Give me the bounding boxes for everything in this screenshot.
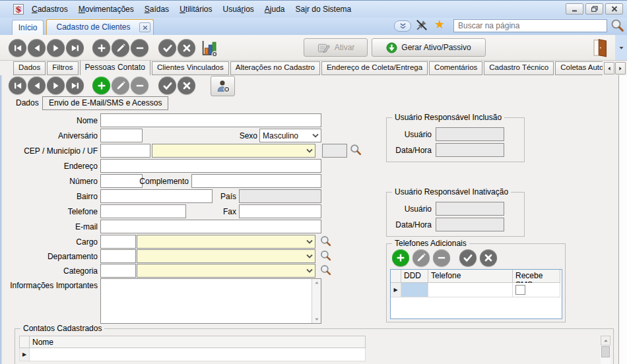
scroll-down-icon[interactable]	[314, 317, 319, 322]
lookup-magnifier-icon[interactable]	[319, 264, 332, 276]
complemento-input[interactable]	[191, 174, 321, 188]
departamento-code-input[interactable]	[100, 249, 136, 263]
cell-nome[interactable]	[30, 348, 366, 361]
aniversario-input[interactable]	[100, 129, 143, 142]
tab-cadastro-de-clientes[interactable]: Cadastro de Clientes	[46, 19, 154, 35]
tab-cadastro-label: Cadastro de Clientes	[56, 22, 130, 32]
contact-confirm-button[interactable]	[158, 76, 176, 94]
contact-cancel-button[interactable]	[178, 76, 195, 94]
toolbar-overflow-button[interactable]	[615, 35, 627, 60]
close-tab-icon[interactable]	[139, 22, 150, 32]
tab-pessoas-contato[interactable]: Pessoas Contato	[80, 61, 150, 75]
menu-saidas[interactable]: Saídas	[139, 5, 174, 14]
inner-tab-dados[interactable]: Dados	[12, 97, 43, 110]
first-record-button[interactable]	[9, 39, 26, 57]
categoria-combo[interactable]	[137, 264, 315, 278]
tabstrip-scroll-left-button[interactable]	[604, 62, 614, 75]
contact-next-button[interactable]	[47, 76, 65, 94]
lookup-magnifier-icon[interactable]	[319, 235, 332, 247]
contact-previous-button[interactable]	[28, 76, 46, 94]
menu-ajuda[interactable]: Ajuda	[259, 5, 290, 14]
add-record-button[interactable]	[92, 39, 110, 57]
lookup-magnifier-icon[interactable]	[319, 249, 332, 262]
close-button[interactable]	[605, 3, 623, 15]
exit-door-icon[interactable]	[591, 38, 609, 57]
informacoes-importantes-textarea[interactable]	[101, 279, 311, 323]
search-input[interactable]	[453, 19, 607, 32]
cargo-combo[interactable]	[137, 235, 315, 249]
recebe-sms-checkbox[interactable]	[515, 285, 525, 295]
gerar-ativo-passivo-button[interactable]: Gerar Ativo/Passivo	[372, 38, 486, 57]
tab-cadastro-tecnico[interactable]: Cadastro Técnico	[484, 61, 554, 75]
tab-comentarios[interactable]: Comentários	[429, 61, 482, 75]
tab-coletas-automaticas[interactable]: Coletas Automáticas	[555, 61, 603, 75]
scrollbar-thumb[interactable]	[601, 346, 610, 357]
textarea-scrollbar[interactable]	[312, 279, 321, 323]
cell-ddd[interactable]	[401, 283, 428, 297]
favorite-star-icon[interactable]: ★	[432, 17, 447, 32]
tab-endereco-de-coleta-entrega[interactable]: Endereço de Coleta/Entrega	[321, 61, 428, 75]
contacts-grid-row[interactable]: ▶	[19, 348, 610, 361]
fax-input[interactable]	[239, 204, 321, 218]
menu-movimentacoes[interactable]: Movimentações	[73, 5, 139, 14]
categoria-code-input[interactable]	[100, 264, 136, 278]
previous-record-button[interactable]	[28, 39, 46, 57]
restore-button[interactable]	[585, 3, 603, 15]
scroll-up-button[interactable]	[601, 336, 610, 346]
phone-delete-button[interactable]	[433, 249, 450, 266]
edit-record-button[interactable]	[112, 39, 129, 57]
remove-contact-photo-button[interactable]	[211, 76, 235, 96]
phone-confirm-button[interactable]	[459, 249, 477, 266]
collapse-chevron-button[interactable]	[394, 20, 411, 32]
tab-clientes-vinculados[interactable]: Clientes Vinculados	[152, 61, 229, 75]
municipio-combo[interactable]	[152, 144, 315, 158]
tab-alteracoes-no-cadastro[interactable]: Alterações no Cadastro	[230, 61, 320, 75]
contact-last-button[interactable]	[66, 76, 84, 94]
contact-edit-button[interactable]	[112, 76, 129, 94]
endereco-input[interactable]	[100, 159, 321, 173]
lookup-magnifier-icon[interactable]	[349, 143, 362, 156]
phone-edit-button[interactable]	[412, 249, 430, 266]
tab-filtros[interactable]: Filtros	[47, 61, 78, 75]
search-icon[interactable]	[610, 18, 625, 33]
unpin-icon[interactable]	[415, 18, 428, 32]
scroll-up-icon[interactable]	[314, 280, 319, 286]
next-record-button[interactable]	[47, 39, 65, 57]
column-header-nome[interactable]: Nome	[30, 336, 366, 348]
menu-sair-do-sistema[interactable]: Sair do Sistema	[290, 5, 357, 14]
contact-first-button[interactable]	[9, 76, 26, 94]
cell-telefone[interactable]	[428, 283, 513, 297]
sexo-select[interactable]: Masculino	[259, 129, 321, 142]
menu-usuarios[interactable]: Usuários	[217, 5, 259, 14]
minimize-button[interactable]	[566, 3, 583, 15]
tabstrip-scroll-right-button[interactable]	[615, 62, 626, 75]
contact-add-button[interactable]	[92, 76, 110, 94]
phone-cancel-button[interactable]	[480, 249, 497, 266]
menu-cadastros[interactable]: Cadastros	[26, 5, 73, 14]
tab-dados[interactable]: Dados	[13, 61, 46, 75]
bairro-input[interactable]	[100, 189, 213, 203]
nome-input[interactable]	[100, 113, 321, 127]
cep-input[interactable]	[100, 144, 150, 158]
column-header-ddd[interactable]: DDD	[401, 270, 428, 283]
phone-add-button[interactable]	[392, 249, 409, 266]
phones-grid-row[interactable]: ▶	[391, 283, 562, 297]
cargo-code-input[interactable]	[100, 235, 136, 249]
delete-record-button[interactable]	[131, 39, 148, 57]
menu-utilitarios[interactable]: Utilitários	[174, 5, 217, 14]
telefone-input[interactable]	[100, 204, 186, 218]
cancel-button[interactable]	[178, 39, 195, 57]
ativar-button[interactable]: Ativar	[304, 38, 368, 57]
column-header-telefone[interactable]: Telefone	[428, 270, 513, 283]
last-record-button[interactable]	[66, 39, 84, 57]
usuario-responsavel-inclusao-group: Usuário Responsável Inclusão Usuário Dat…	[386, 117, 525, 162]
contacts-scrollbar[interactable]	[601, 336, 610, 364]
confirm-button[interactable]	[158, 39, 176, 57]
inner-tab-envio-email-sms[interactable]: Envio de E-Mail/SMS e Acessos	[42, 96, 168, 110]
column-header-recebe-sms[interactable]: Recebe SMS	[513, 270, 560, 283]
contact-delete-button[interactable]	[131, 76, 148, 94]
departamento-combo[interactable]	[137, 249, 315, 263]
chart-icon[interactable]	[200, 39, 218, 57]
email-input[interactable]	[100, 220, 321, 233]
tab-inicio[interactable]: Início	[12, 20, 44, 35]
